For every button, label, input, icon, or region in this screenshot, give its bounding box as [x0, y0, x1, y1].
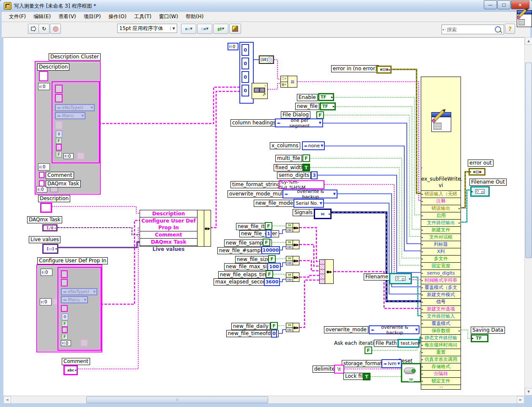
scroll-up-button[interactable]: ▲ [525, 37, 532, 45]
bool-element[interactable]: F [56, 151, 62, 157]
subvi-terminal[interactable]: 重置 [421, 349, 461, 356]
bundle-row[interactable]: Configure User Def Prop In [140, 217, 197, 231]
error-in-label[interactable]: error in (no error) [331, 65, 379, 72]
subvi-terminal[interactable]: 文件对话框 [421, 234, 461, 241]
bundle-row[interactable]: DAQmx Task [140, 239, 197, 246]
inner-cluster[interactable]: ◄►eNoTypeU▼ ◄►Manu▼ 0 F F ▲▼0 [58, 268, 101, 350]
signals-label[interactable]: Signals [293, 209, 314, 216]
overwrite-mode-multi-enum[interactable]: ◄►overwrite & backup▼ [282, 190, 337, 198]
align-objects-button[interactable]: ▪▫▼ [181, 24, 196, 34]
comment-terminal-label[interactable]: Comment [62, 358, 90, 365]
bundle-node[interactable]: TFI32●▶ [286, 256, 299, 265]
subvi-terminal[interactable]: 固定宽度 [421, 262, 461, 270]
overwrite-mode-multi-label[interactable]: overwrite_mode_multi [228, 190, 288, 198]
x-columns-label[interactable]: x_columns [270, 142, 300, 149]
build-array-node[interactable]: ●▶ [319, 259, 334, 284]
bundle-node[interactable]: TFI32●▶ [286, 240, 299, 249]
bundle-row[interactable]: Comment [140, 231, 197, 239]
ex-subfilewrite-vi-node[interactable]: ▸ ex_subFileWrite. vi 错误输入（无错注释错误输出启用文件路… [421, 77, 461, 390]
expand-chevron-icon[interactable]: ⌄⌄ [421, 385, 461, 389]
bundle-row[interactable]: Description [140, 210, 197, 217]
nf-iter-bool[interactable]: F [265, 222, 272, 230]
subvi-terminal[interactable]: 锁定文件 [421, 377, 461, 385]
saving-data-indicator[interactable]: ▸TF [471, 334, 488, 342]
enum-Manu[interactable]: ◄►Manu▼ [55, 112, 85, 119]
daqmx-task-label[interactable]: DAQmx Task [46, 180, 81, 187]
nf-samples-bool[interactable]: F [263, 239, 270, 246]
vertical-scrollbar[interactable]: ▲ ▼ [524, 37, 532, 396]
ask-each-iteration-constant[interactable]: F [365, 346, 372, 354]
subvi-terminal[interactable]: 启用 [421, 212, 461, 219]
menu-item[interactable]: 项目(P) [80, 12, 105, 22]
configure-cluster[interactable]: ▲▼0 ▲▼0 ◄►eNoTypeU▼ ◄►Manu▼ 0 F F ▲▼0 [36, 264, 102, 352]
array-index[interactable]: ▲▼0 [38, 83, 50, 90]
live-values-terminal[interactable]: [▭]▸ [42, 244, 58, 254]
filename-label[interactable]: Filename [364, 273, 390, 280]
enable-label[interactable]: Enable [297, 94, 318, 101]
subvi-terminal[interactable]: 新建文件模式 [421, 291, 461, 298]
subvi-terminal[interactable]: 保存数据 [421, 327, 461, 334]
array-index[interactable]: ▲▼0 [40, 298, 52, 305]
error-out-terminal[interactable]: ▸ [469, 168, 485, 176]
bundle-by-name-node[interactable]: DescriptionConfigure User Def Prop InCom… [140, 210, 211, 247]
enum-eNoTypeU[interactable]: ◄►eNoTypeU▼ [61, 288, 97, 295]
fixed-width-constant[interactable]: T [302, 164, 310, 171]
fixed-width-label[interactable]: fixed_width [274, 164, 306, 171]
signals-terminal[interactable]: ⋈ ▸ [314, 209, 332, 219]
run-continuous-button[interactable]: ↻ [38, 24, 49, 34]
distribute-objects-button[interactable]: ▫▪▼ [197, 24, 212, 34]
subvi-terminal[interactable]: 存储格式 [421, 363, 461, 370]
help-button[interactable]: ? [505, 24, 515, 34]
description-terminal[interactable] [40, 203, 52, 213]
byte-array-to-string-node[interactable]: [U8] [259, 55, 274, 64]
nf-size-bool[interactable]: F [268, 255, 276, 263]
font-selector[interactable]: 15pt 应用程序字体▼ [117, 24, 177, 33]
subvi-terminal[interactable]: 静态文件路径输 [421, 334, 461, 341]
nf-iter-num[interactable]: 1 [266, 230, 271, 238]
new-file-mode-label[interactable]: new_file_mode [254, 200, 295, 207]
menu-item[interactable]: 查看(V) [55, 12, 80, 22]
nf-iter2-label[interactable]: new_file_#iter [239, 230, 279, 237]
time-format-constant[interactable]: %y-%m-%d_%H%M [279, 180, 324, 189]
nf-daily-bool[interactable]: F [270, 322, 278, 330]
subvi-terminal[interactable]: 文件路径输出 [421, 219, 461, 226]
subvi-terminal[interactable]: 新建文件 [421, 226, 461, 234]
daqmx-task-terminal-label[interactable]: DAQmx Task [27, 216, 62, 223]
new-file-mode-enum[interactable]: Serial No.▼ [293, 199, 324, 208]
array-index[interactable]: ▲▼0 [38, 163, 50, 170]
numeric-element[interactable]: 0 [62, 314, 68, 320]
array-cell[interactable]: 0 [241, 85, 249, 96]
scroll-right-button[interactable]: ► [517, 396, 524, 404]
concatenate-strings-node[interactable]: □+▨+ ▤ [280, 76, 297, 88]
subvi-terminal[interactable]: 时间格式字符串 [421, 277, 461, 284]
daqmx-io-terminal[interactable]: I/O▸ [42, 224, 58, 231]
horizontal-scrollbar[interactable]: ◄ ⁞⁞ ► [3, 396, 524, 403]
subvi-terminal[interactable]: 新建文件选项 [421, 305, 461, 313]
multi-file-constant[interactable]: F [302, 154, 310, 162]
maximize-button[interactable]: □ [497, 0, 510, 9]
serno-digits-label[interactable]: serno_digits [277, 172, 311, 179]
overwrite-mode-enum[interactable]: ◄►overwrite & backup▼ [369, 325, 420, 334]
ask-each-iteration-label[interactable]: Ask each iteration [334, 340, 380, 346]
configure-cluster-title[interactable]: Configure User Def Prop In [37, 257, 108, 264]
enable-terminal[interactable]: TF▸ [318, 93, 334, 101]
menu-item[interactable]: 窗口(W) [155, 12, 182, 22]
description-cluster-title[interactable]: Description Cluster [49, 53, 101, 60]
delimiter-constant[interactable]: \t [334, 365, 344, 374]
run-button[interactable] [28, 24, 39, 34]
subvi-terminal[interactable]: 错误输出 [421, 205, 461, 212]
nf-daily-num[interactable]: 0 [271, 330, 277, 338]
scroll-down-button[interactable]: ▼ [525, 388, 532, 396]
nf-elaps-num[interactable]: 3600 [264, 278, 280, 286]
time-format-label[interactable]: time_format_string [230, 181, 282, 188]
storage-format-enum[interactable]: ◄►lvm▼ [381, 359, 402, 368]
error-out-label[interactable]: error out [468, 160, 494, 167]
description-terminal-label[interactable]: Description [38, 195, 70, 202]
scroll-left-button[interactable]: ◄ [3, 396, 11, 404]
bool-element[interactable]: F [62, 321, 68, 327]
serno-digits-constant[interactable]: 3 [311, 171, 318, 179]
description-label[interactable]: Description [37, 63, 69, 71]
new-file-terminal[interactable]: TF▸ [320, 102, 336, 110]
nf-size-label[interactable]: new_file_size [235, 256, 271, 263]
search-dropdown-icon[interactable]: ▸ [442, 28, 446, 31]
